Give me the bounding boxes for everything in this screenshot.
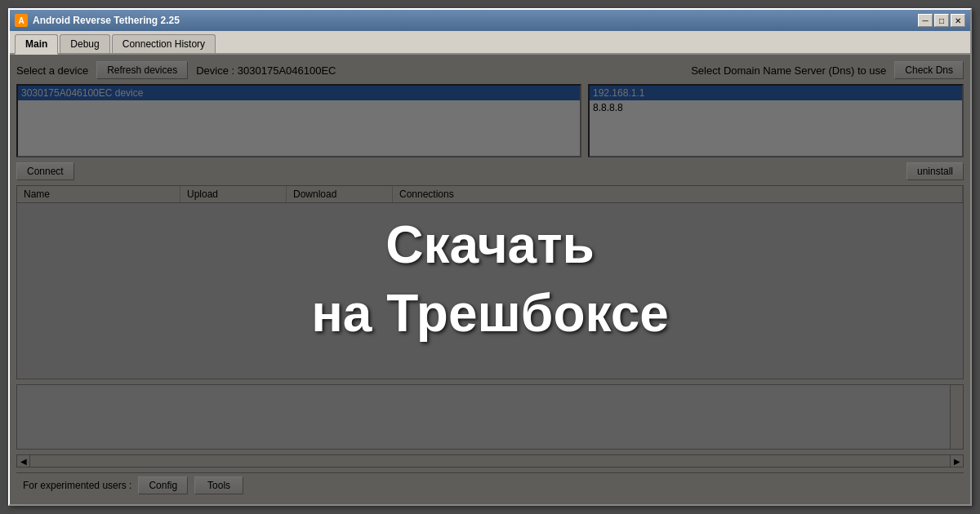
window-title: Android Reverse Tethering 2.25 — [33, 15, 180, 26]
title-bar: A Android Reverse Tethering 2.25 ─ □ ✕ — [10, 10, 970, 31]
main-content: Скачать на Трешбоксе Select a device Ref… — [10, 55, 970, 504]
minimize-button[interactable]: ─ — [918, 14, 933, 27]
maximize-button[interactable]: □ — [934, 14, 949, 27]
main-window: A Android Reverse Tethering 2.25 ─ □ ✕ M… — [8, 8, 972, 506]
close-button[interactable]: ✕ — [951, 14, 965, 27]
tab-bar: Main Debug Connection History — [10, 31, 970, 55]
title-controls: ─ □ ✕ — [918, 14, 965, 27]
app-icon: A — [15, 14, 28, 27]
title-bar-left: A Android Reverse Tethering 2.25 — [15, 14, 180, 27]
tab-main[interactable]: Main — [15, 34, 58, 55]
overlay-text: Скачать на Трешбоксе — [311, 211, 669, 347]
overlay: Скачать на Трешбоксе — [10, 55, 970, 504]
tab-connection-history[interactable]: Connection History — [112, 34, 216, 53]
tab-debug[interactable]: Debug — [60, 34, 109, 53]
